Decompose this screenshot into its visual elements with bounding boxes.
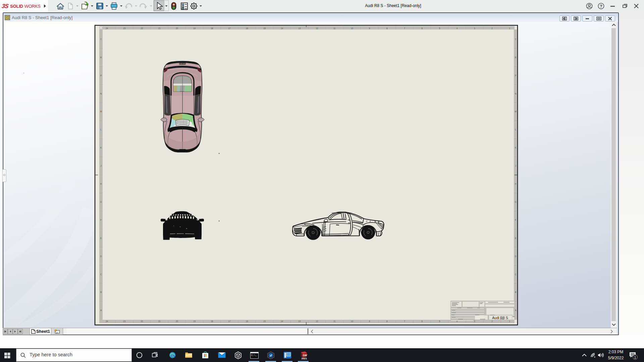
svg-text:17: 17: [228, 320, 231, 322]
svg-text:N: N: [100, 93, 102, 95]
svg-text:22: 22: [141, 27, 143, 29]
svg-text:3: 3: [474, 320, 475, 322]
svg-text:L: L: [515, 128, 517, 131]
svg-text:12: 12: [316, 320, 318, 322]
svg-text:20: 20: [176, 27, 178, 29]
svg-text:G: G: [100, 201, 102, 203]
svg-text:6: 6: [421, 27, 423, 29]
svg-text:6: 6: [421, 320, 423, 322]
svg-text:B: B: [515, 291, 516, 293]
svg-text:19: 19: [193, 27, 196, 29]
svg-text:Audi R8 S: Audi R8 S: [492, 316, 508, 320]
svg-text:T: T: [100, 38, 102, 41]
svg-text:24: 24: [106, 320, 108, 322]
svg-text:3: 3: [474, 27, 475, 29]
svg-text:S: S: [4, 3, 9, 9]
svg-text:M: M: [515, 110, 517, 113]
svg-text:P: P: [515, 74, 516, 77]
svg-text:18: 18: [211, 320, 213, 322]
svg-text:8: 8: [386, 27, 388, 29]
svg-text:C: C: [515, 273, 517, 276]
svg-text:24: 24: [106, 27, 108, 29]
svg-text:19: 19: [193, 320, 196, 322]
svg-text:11: 11: [333, 320, 336, 322]
svg-text:15: 15: [263, 27, 266, 29]
svg-text:1: 1: [509, 320, 510, 322]
svg-text:23: 23: [123, 27, 126, 29]
svg-text:18: 18: [211, 27, 213, 29]
svg-text:E: E: [100, 237, 102, 239]
svg-text:10: 10: [351, 27, 354, 29]
svg-text:16: 16: [246, 320, 249, 322]
svg-text:SOLID: SOLID: [10, 4, 23, 9]
svg-text:G: G: [515, 201, 517, 203]
svg-text:R: R: [100, 56, 102, 59]
svg-text:J: J: [515, 165, 516, 167]
svg-text:14: 14: [281, 27, 283, 29]
svg-text:21: 21: [158, 27, 161, 29]
svg-text:F: F: [100, 219, 102, 221]
svg-text:A2: A2: [513, 315, 515, 317]
svg-text:12: 12: [316, 27, 318, 29]
svg-text:F: F: [515, 219, 516, 221]
svg-text:C:\_: C:\_: [251, 354, 257, 357]
svg-text:E: E: [515, 237, 516, 239]
svg-text:21: 21: [158, 320, 161, 322]
svg-text:13: 13: [298, 27, 301, 29]
svg-text:8: 8: [386, 320, 388, 322]
svg-text:1: 1: [634, 355, 636, 359]
svg-text:7: 7: [404, 320, 405, 322]
svg-text:20: 20: [176, 320, 178, 322]
svg-text:B: B: [100, 291, 102, 293]
svg-text:M: M: [100, 110, 102, 113]
svg-text:2021: 2021: [302, 357, 307, 360]
svg-text:5: 5: [439, 320, 440, 322]
svg-text:23: 23: [123, 320, 126, 322]
svg-text:P: P: [100, 74, 102, 77]
svg-text:D: D: [515, 255, 517, 257]
svg-text:10: 10: [351, 320, 354, 322]
svg-text:L: L: [100, 128, 102, 131]
svg-text:2: 2: [491, 320, 493, 322]
svg-text:2: 2: [491, 27, 493, 29]
svg-text:R: R: [515, 56, 517, 59]
svg-text:9: 9: [369, 320, 370, 322]
svg-text:9: 9: [369, 27, 370, 29]
svg-text:H: H: [100, 183, 102, 185]
svg-text:D: D: [100, 255, 102, 257]
svg-text:14: 14: [281, 320, 283, 322]
svg-text:?: ?: [600, 4, 602, 9]
svg-text:SW: SW: [303, 354, 308, 357]
svg-text:17: 17: [228, 27, 231, 29]
svg-text:1: 1: [509, 27, 510, 29]
svg-text:C: C: [100, 273, 102, 276]
svg-text:J: J: [100, 165, 101, 167]
svg-text:T: T: [515, 38, 516, 41]
svg-text:13: 13: [298, 320, 301, 322]
svg-text:5: 5: [439, 27, 440, 29]
svg-text:H: H: [515, 183, 517, 185]
svg-text:7: 7: [404, 27, 405, 29]
svg-text:15: 15: [263, 320, 266, 322]
svg-text:WORKS: WORKS: [24, 4, 41, 9]
svg-text:16: 16: [246, 27, 249, 29]
svg-text:22: 22: [141, 320, 143, 322]
svg-text:N: N: [515, 93, 517, 95]
svg-text:4: 4: [457, 27, 458, 29]
svg-text:11: 11: [333, 27, 336, 29]
